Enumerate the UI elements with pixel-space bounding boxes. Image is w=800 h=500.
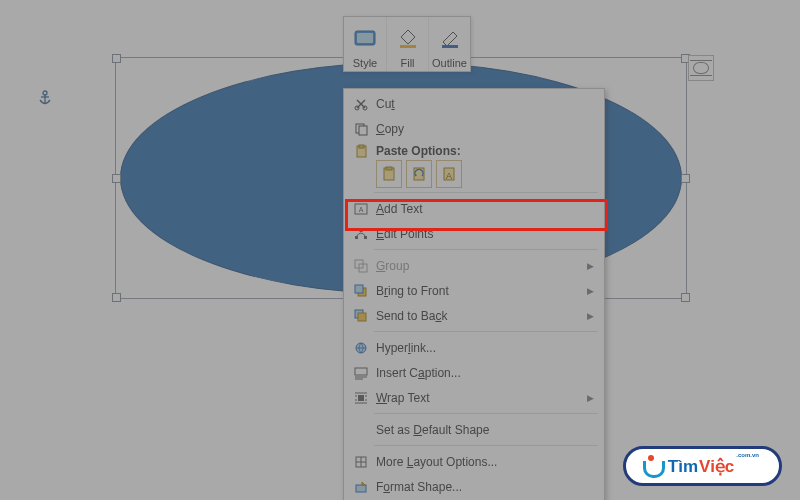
menu-send-back-label: Send to Back (372, 309, 584, 323)
paste-option-use-destination[interactable] (376, 160, 402, 188)
logo-text-1: Tìm (668, 457, 698, 477)
paste-option-picture[interactable]: A (436, 160, 462, 188)
svg-text:A: A (359, 206, 364, 213)
menu-copy[interactable]: Copy (344, 116, 604, 141)
svg-rect-20 (355, 236, 358, 239)
fill-label: Fill (400, 57, 414, 69)
menu-send-to-back[interactable]: Send to Back ▶ (344, 303, 604, 328)
menu-separator (374, 192, 598, 193)
svg-rect-12 (359, 145, 364, 148)
wrap-text-icon (350, 391, 372, 405)
style-button[interactable]: Style (344, 17, 386, 71)
resize-handle-tl[interactable] (112, 54, 121, 63)
submenu-arrow-icon: ▶ (584, 286, 594, 296)
anchor-icon (38, 90, 52, 109)
menu-default-shape-label: Set as Default Shape (372, 423, 594, 437)
menu-group: Group ▶ (344, 253, 604, 278)
submenu-arrow-icon: ▶ (584, 393, 594, 403)
menu-add-text-label: Add Text (372, 202, 594, 216)
style-icon (352, 20, 378, 57)
menu-set-default-shape[interactable]: Set as Default Shape (344, 417, 604, 442)
hyperlink-icon (350, 341, 372, 355)
svg-rect-10 (359, 126, 367, 135)
menu-separator (374, 249, 598, 250)
edit-points-icon (350, 227, 372, 241)
menu-copy-label: Copy (372, 122, 594, 136)
svg-rect-14 (386, 167, 392, 170)
layout-options-button[interactable] (688, 55, 714, 81)
outline-button[interactable]: Outline (428, 17, 470, 71)
bring-to-front-icon (350, 284, 372, 298)
submenu-arrow-icon: ▶ (584, 261, 594, 271)
menu-wrap-text-label: Wrap Text (372, 391, 584, 405)
svg-rect-26 (355, 285, 363, 293)
document-canvas: Style Fill Outline Cut Copy (0, 0, 800, 500)
menu-cut-label: Cut (372, 97, 594, 111)
send-to-back-icon (350, 309, 372, 323)
menu-separator (374, 331, 598, 332)
menu-wrap-text[interactable]: Wrap Text ▶ (344, 385, 604, 410)
menu-format-shape-label: Format Shape... (372, 480, 594, 494)
menu-insert-caption-label: Insert Caption... (372, 366, 594, 380)
svg-rect-6 (442, 45, 458, 48)
resize-handle-mr[interactable] (681, 174, 690, 183)
paste-icon (350, 144, 372, 158)
shape-context-menu: Cut Copy Paste Options: A (343, 88, 605, 500)
logo-icon (640, 455, 662, 477)
menu-edit-points[interactable]: Edit Points (344, 221, 604, 246)
menu-group-label: Group (372, 259, 584, 273)
svg-rect-5 (400, 45, 416, 48)
menu-hyperlink[interactable]: Hyperlink... (344, 335, 604, 360)
svg-point-0 (43, 91, 47, 95)
format-shape-icon (350, 480, 372, 494)
menu-separator (374, 445, 598, 446)
outline-label: Outline (432, 57, 467, 69)
copy-icon (350, 122, 372, 136)
add-text-icon: A (350, 202, 372, 216)
group-icon (350, 259, 372, 273)
shape-mini-toolbar: Style Fill Outline (343, 16, 471, 72)
outline-icon (439, 20, 461, 57)
menu-more-layout-options[interactable]: More Layout Options... (344, 449, 604, 474)
svg-text:A: A (446, 171, 452, 181)
cut-icon (350, 97, 372, 111)
submenu-arrow-icon: ▶ (584, 311, 594, 321)
watermark-logo: TìmViệc .com.vn (623, 446, 782, 486)
more-layout-icon (350, 455, 372, 469)
logo-text-2: Việc (699, 456, 734, 477)
menu-separator (374, 413, 598, 414)
menu-cut[interactable]: Cut (344, 91, 604, 116)
layout-options-icon (693, 62, 709, 74)
menu-format-shape[interactable]: Format Shape... (344, 474, 604, 499)
svg-rect-22 (360, 229, 363, 232)
menu-insert-caption[interactable]: Insert Caption... (344, 360, 604, 385)
svg-rect-28 (358, 313, 366, 321)
svg-rect-4 (357, 33, 373, 43)
svg-rect-21 (364, 236, 367, 239)
menu-more-layout-label: More Layout Options... (372, 455, 594, 469)
resize-handle-br[interactable] (681, 293, 690, 302)
menu-hyperlink-label: Hyperlink... (372, 341, 594, 355)
fill-icon (397, 20, 419, 57)
resize-handle-ml[interactable] (112, 174, 121, 183)
svg-rect-43 (356, 485, 366, 492)
paste-option-keep-source[interactable] (406, 160, 432, 188)
menu-bring-to-front[interactable]: Bring to Front ▶ (344, 278, 604, 303)
menu-bring-front-label: Bring to Front (372, 284, 584, 298)
svg-rect-30 (355, 368, 367, 375)
menu-paste-options: Paste Options: A (344, 141, 604, 189)
fill-button[interactable]: Fill (386, 17, 428, 71)
menu-edit-points-label: Edit Points (372, 227, 594, 241)
menu-add-text[interactable]: A Add Text (344, 196, 604, 221)
svg-rect-33 (358, 395, 364, 401)
insert-caption-icon (350, 366, 372, 380)
resize-handle-bl[interactable] (112, 293, 121, 302)
logo-tagline: .com.vn (736, 452, 759, 458)
style-label: Style (353, 57, 377, 69)
